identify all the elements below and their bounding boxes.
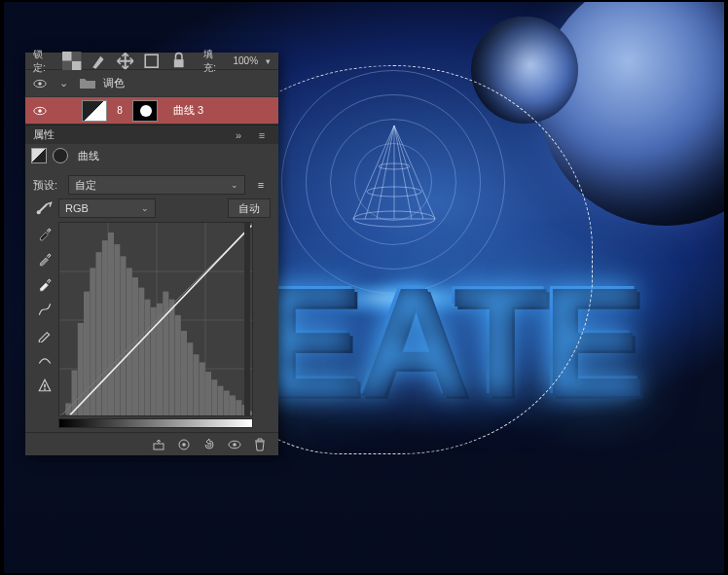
svg-rect-30 xyxy=(108,233,114,416)
layer-row-selected[interactable]: 8 曲线 3 xyxy=(25,97,278,125)
curves-graph[interactable] xyxy=(58,222,253,416)
svg-rect-45 xyxy=(200,362,205,416)
layer-group-row[interactable]: ⌄ 调色 xyxy=(25,70,278,97)
layers-options-bar: 锁定: 填充: 100% ▾ xyxy=(25,53,278,70)
edit-points-icon[interactable] xyxy=(35,300,55,319)
folder-icon xyxy=(80,77,95,90)
preset-row: 预设: 自定 ⌄ ≡ xyxy=(33,175,271,195)
lock-label: 锁定: xyxy=(33,48,55,75)
artwork-text: EATE xyxy=(257,250,637,429)
panel-menu-icon[interactable]: ≡ xyxy=(253,129,271,141)
svg-rect-29 xyxy=(102,240,108,416)
adjustment-thumb[interactable] xyxy=(82,100,107,122)
lock-position-icon[interactable] xyxy=(116,52,134,71)
svg-rect-57 xyxy=(252,223,254,226)
lock-transparency-icon[interactable] xyxy=(62,52,81,71)
svg-point-60 xyxy=(182,443,186,447)
chevron-down-icon: ⌄ xyxy=(231,180,238,190)
layer-name[interactable]: 曲线 3 xyxy=(173,103,203,118)
svg-rect-28 xyxy=(96,252,102,416)
preset-menu-icon[interactable]: ≡ xyxy=(251,175,271,195)
expand-group-icon[interactable]: ⌄ xyxy=(55,77,72,90)
channel-select[interactable]: RGB ⌄ xyxy=(58,198,156,218)
svg-rect-35 xyxy=(138,288,144,416)
svg-rect-44 xyxy=(194,354,200,416)
svg-rect-42 xyxy=(181,331,187,416)
visibility-toggle[interactable] xyxy=(33,104,47,118)
auto-label: 自动 xyxy=(238,202,260,214)
white-eyedropper-icon[interactable] xyxy=(35,274,55,294)
lock-artboard-icon[interactable] xyxy=(142,52,161,71)
graph-scrollbar[interactable] xyxy=(244,223,250,416)
smooth-icon[interactable] xyxy=(35,350,55,370)
adjustment-type-row: 曲线 xyxy=(25,144,278,167)
svg-rect-58 xyxy=(154,444,164,449)
reset-icon[interactable] xyxy=(200,436,218,453)
svg-rect-48 xyxy=(218,386,224,416)
on-image-tool-icon[interactable] xyxy=(33,198,53,218)
svg-point-12 xyxy=(38,109,42,113)
panel-stack: 锁定: 填充: 100% ▾ ⌄ 调色 xyxy=(25,53,278,455)
svg-rect-4 xyxy=(72,61,82,71)
svg-rect-39 xyxy=(163,292,168,416)
layer-mask-thumb[interactable] xyxy=(132,100,158,122)
svg-point-10 xyxy=(38,82,42,86)
properties-panel-header: 属性 » ≡ xyxy=(25,125,278,144)
svg-point-62 xyxy=(233,443,237,447)
input-gradient[interactable] xyxy=(58,418,253,428)
svg-rect-41 xyxy=(175,315,181,416)
svg-rect-50 xyxy=(230,395,236,416)
properties-title: 属性 xyxy=(33,127,55,142)
svg-point-13 xyxy=(37,210,41,214)
fill-label: 填充: xyxy=(203,48,225,75)
clip-warn-icon[interactable] xyxy=(35,376,55,395)
svg-rect-51 xyxy=(236,400,241,416)
delete-icon[interactable] xyxy=(251,436,269,453)
lock-paint-icon[interactable] xyxy=(90,52,108,71)
svg-rect-36 xyxy=(145,300,151,416)
svg-rect-46 xyxy=(205,372,211,416)
curves-tools xyxy=(33,222,56,428)
planet-large xyxy=(539,2,724,226)
link-icon[interactable]: 8 xyxy=(115,104,125,118)
preset-value: 自定 xyxy=(75,178,96,193)
chevron-down-icon[interactable]: ▾ xyxy=(266,56,271,66)
svg-rect-5 xyxy=(72,52,82,61)
layer-group-name: 调色 xyxy=(103,76,125,90)
svg-rect-43 xyxy=(187,342,193,416)
adjustment-title: 曲线 xyxy=(78,149,99,163)
black-eyedropper-icon[interactable] xyxy=(35,224,55,243)
curves-adj-icon xyxy=(31,148,47,163)
channel-value: RGB xyxy=(65,202,89,214)
curves-body xyxy=(33,222,271,428)
view-previous-icon[interactable] xyxy=(175,436,193,453)
channel-row: RGB ⌄ 自动 xyxy=(33,198,271,218)
svg-rect-6 xyxy=(62,61,72,71)
pencil-icon[interactable] xyxy=(35,325,55,344)
lock-all-icon[interactable] xyxy=(169,52,188,71)
auto-button[interactable]: 自动 xyxy=(228,198,271,218)
mask-mode-icon[interactable] xyxy=(53,148,68,163)
chevron-down-icon: ⌄ xyxy=(141,203,149,213)
collapse-icon[interactable]: » xyxy=(230,129,247,141)
svg-rect-14 xyxy=(44,384,46,387)
toggle-visibility-icon[interactable] xyxy=(226,436,243,453)
svg-rect-31 xyxy=(114,244,120,416)
svg-rect-49 xyxy=(224,391,230,417)
svg-rect-40 xyxy=(169,300,175,416)
curves-graph-wrap xyxy=(58,222,271,428)
wire-cone-icon xyxy=(347,122,441,229)
svg-rect-32 xyxy=(121,256,127,416)
svg-rect-22 xyxy=(59,415,65,416)
svg-rect-56 xyxy=(65,415,70,417)
svg-rect-8 xyxy=(174,59,184,67)
gray-eyedropper-icon[interactable] xyxy=(35,249,55,269)
fill-value[interactable]: 100% xyxy=(233,55,258,66)
properties-bottom-bar xyxy=(25,432,278,455)
svg-rect-47 xyxy=(211,379,217,416)
preset-label: 预设: xyxy=(33,178,62,193)
preset-select[interactable]: 自定 ⌄ xyxy=(68,175,245,195)
clip-to-layer-icon[interactable] xyxy=(150,436,167,453)
visibility-toggle[interactable] xyxy=(33,77,47,90)
svg-rect-55 xyxy=(59,415,62,417)
